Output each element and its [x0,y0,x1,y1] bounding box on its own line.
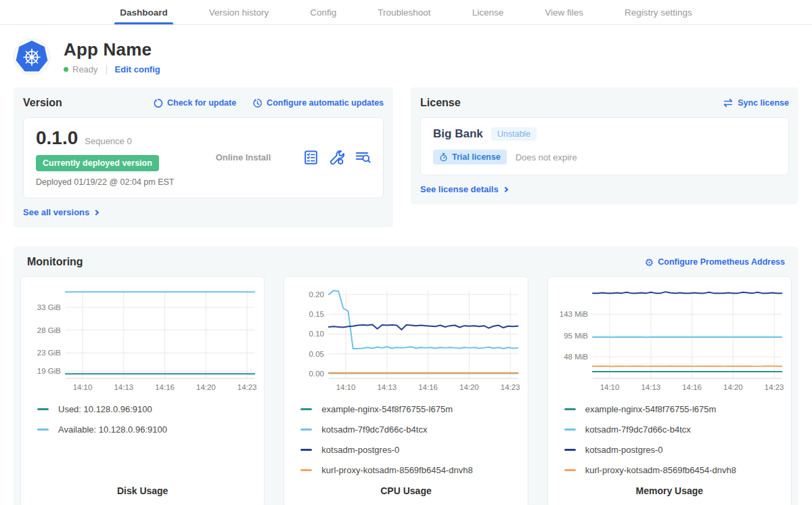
chart-title: Memory Usage [554,485,786,496]
svg-text:95 MiB: 95 MiB [564,332,588,340]
tab-dashboard[interactable]: Dashboard [118,0,169,24]
legend-item: kotsadm-7f9dc7d66c-b4tcx [300,424,522,435]
disk-usage-chart-card: 19 GiB23 GiB28 GiB33 GiB14:1014:1314:161… [20,276,265,505]
page-title: App Name [64,39,160,60]
svg-text:14:23: 14:23 [501,383,520,391]
svg-text:143 MiB: 143 MiB [559,310,587,318]
status-dot [64,67,68,72]
svg-text:0.00: 0.00 [309,370,324,378]
legend-item: kurl-proxy-kotsadm-8569fb6454-dnvh8 [564,465,786,475]
tab-troubleshoot[interactable]: Troubleshoot [376,0,432,24]
legend-swatch [564,449,576,451]
cpu-usage-chart: 0.000.050.100.150.2014:1014:1314:1614:20… [290,284,522,397]
legend-swatch [37,408,49,410]
svg-text:0.15: 0.15 [309,310,324,318]
svg-text:14:20: 14:20 [459,383,479,391]
svg-text:14:10: 14:10 [336,383,356,391]
tab-license[interactable]: License [471,0,505,24]
svg-text:19 GiB: 19 GiB [37,367,61,375]
version-panel: Version Check for update Configure au [14,87,393,227]
svg-text:14:13: 14:13 [114,383,133,391]
legend-swatch [300,449,312,451]
edit-config-link[interactable]: Edit config [115,64,160,74]
check-for-update-link[interactable]: Check for update [153,98,236,108]
svg-text:14:20: 14:20 [723,383,743,391]
legend-swatch [300,429,312,431]
svg-text:33 GiB: 33 GiB [37,303,61,311]
svg-text:48 MiB: 48 MiB [564,353,588,361]
memory-usage-chart: 48 MiB95 MiB143 MiB14:1014:1314:1614:201… [554,284,786,397]
chevron-right-icon [502,187,508,192]
svg-text:14:10: 14:10 [73,383,93,391]
svg-text:14:16: 14:16 [682,383,702,391]
legend-item: Available: 10.128.0.96:9100 [37,424,258,435]
chart-title: Disk Usage [26,485,258,496]
sync-icon [723,98,734,108]
memory-usage-chart-card: 48 MiB95 MiB143 MiB14:1014:1314:1614:201… [547,276,792,505]
svg-text:14:20: 14:20 [196,383,216,391]
tab-registry-settings[interactable]: Registry settings [623,0,694,24]
cpu-usage-legend: example-nginx-54f8f76755-l675m kotsadm-7… [300,404,522,485]
version-sequence: Sequence 0 [85,136,131,146]
legend-item: kotsadm-postgres-0 [300,445,522,455]
memory-usage-legend: example-nginx-54f8f76755-l675m kotsadm-7… [564,404,786,485]
license-panel-title: License [420,97,461,109]
svg-text:14:13: 14:13 [378,383,397,391]
channel-badge: Unstable [491,127,537,141]
legend-swatch [564,469,576,471]
monitoring-title: Monitoring [27,256,83,268]
clock-refresh-icon [252,98,263,108]
configure-prometheus-link[interactable]: ⚙ Configure Prometheus Address [645,257,785,267]
svg-text:0.05: 0.05 [309,350,324,358]
logs-search-icon [355,150,371,165]
deployed-badge: Currently deployed version [36,155,159,171]
svg-text:0.20: 0.20 [309,290,324,299]
kubernetes-icon [14,39,49,74]
svg-text:14:10: 14:10 [600,383,619,391]
legend-swatch [300,408,312,410]
see-license-details-link[interactable]: See license details [420,184,508,194]
refresh-icon [153,98,163,108]
legend-item: kotsadm-postgres-0 [564,445,786,455]
legend-swatch [564,408,576,410]
svg-text:28 GiB: 28 GiB [37,326,61,334]
trial-license-badge: Trial license [433,150,507,164]
configure-automatic-updates-link[interactable]: Configure automatic updates [252,98,384,108]
svg-text:14:16: 14:16 [155,383,175,391]
version-number: 0.1.0 [36,127,78,149]
app-header: App Name Ready Edit config [0,25,812,87]
license-expiry: Does not expire [516,152,577,162]
top-nav: Dashboard Version history Config Trouble… [0,0,812,25]
stopwatch-icon [439,153,448,162]
legend-item: Used: 10.128.0.96:9100 [37,404,258,414]
see-all-versions-link[interactable]: See all versions [23,207,98,217]
legend-item: example-nginx-54f8f76755-l675m [300,404,522,414]
disk-usage-chart: 19 GiB23 GiB28 GiB33 GiB14:1014:1314:161… [26,284,258,397]
app-logo [14,39,50,75]
tab-view-files[interactable]: View files [543,0,585,24]
install-type: Online Install [183,152,303,162]
legend-item: kurl-proxy-kotsadm-8569fb6454-dnvh8 [300,465,522,475]
customer-name: Big Bank [433,127,483,141]
view-config-button[interactable] [329,150,344,165]
svg-text:0.10: 0.10 [309,330,324,338]
preflight-checks-button[interactable] [303,150,319,165]
svg-text:14:23: 14:23 [764,383,784,391]
checklist-icon [303,150,319,165]
svg-text:23 GiB: 23 GiB [37,349,61,357]
svg-text:14:13: 14:13 [641,383,660,391]
svg-text:14:23: 14:23 [238,383,257,391]
version-panel-title: Version [23,97,62,109]
gear-icon: ⚙ [645,257,654,267]
svg-text:14:16: 14:16 [419,383,438,391]
deploy-logs-button[interactable] [355,150,371,165]
chart-title: CPU Usage [290,485,522,496]
sync-license-link[interactable]: Sync license [723,98,789,108]
license-panel: License Sync license Big Bank Unstable [411,87,798,204]
tab-version-history[interactable]: Version history [208,0,271,24]
monitoring-panel: Monitoring ⚙ Configure Prometheus Addres… [14,246,798,505]
legend-swatch [300,469,312,471]
license-card: Big Bank Unstable Trial license Does not… [420,117,789,175]
tab-config[interactable]: Config [309,0,338,24]
divider [106,65,107,74]
